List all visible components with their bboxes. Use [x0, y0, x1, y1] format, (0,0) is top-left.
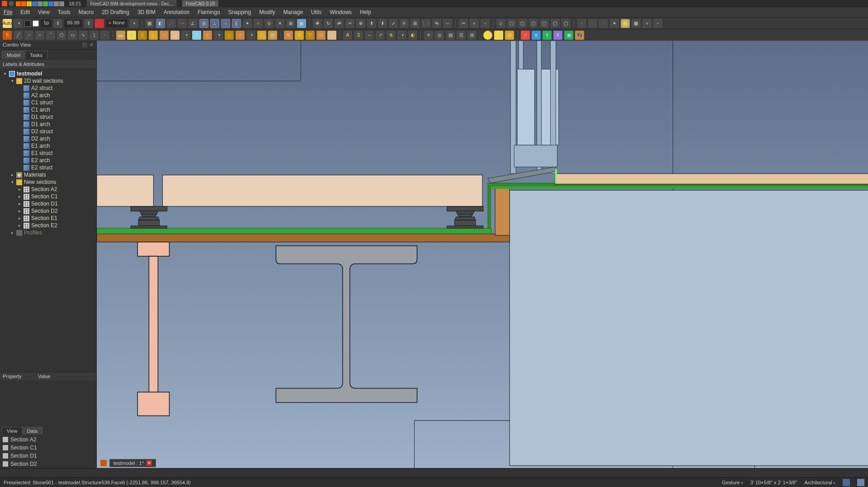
tree-item[interactable]: Section A2 [31, 186, 57, 192]
list-item[interactable]: Section D2 [10, 461, 37, 467]
offset-icon[interactable]: ⇄ [335, 19, 344, 28]
snap-special-icon[interactable]: ✦ [243, 19, 252, 28]
menu-view[interactable]: View [38, 9, 50, 15]
group-label[interactable]: 2D wall sections [24, 78, 63, 84]
tree-twisty[interactable]: ▸ [17, 216, 22, 220]
color-mode-dropdown[interactable] [14, 19, 23, 28]
tree-twisty[interactable]: ▸ [17, 223, 22, 228]
equipment-icon[interactable]: ⊡ [316, 31, 326, 40]
project-setup-icon[interactable]: ✕ [424, 31, 433, 40]
door-dropdown[interactable] [214, 31, 223, 40]
tree-item[interactable]: E2 struct [31, 164, 52, 171]
snap-parallel-icon[interactable]: ∥ [232, 19, 241, 28]
snap-workingplane-icon[interactable]: ⊠ [286, 19, 295, 28]
rebar-icon[interactable]: ╳ [138, 31, 147, 40]
tree-twisty[interactable]: ▸ [10, 230, 14, 235]
stretch-icon[interactable]: ↔ [443, 19, 452, 28]
bezier-icon[interactable]: ⤵ [90, 31, 99, 40]
list-item[interactable]: Section C1 [10, 445, 37, 451]
views-manager-icon[interactable]: ◎ [435, 31, 444, 40]
tree-item[interactable]: Section E2 [31, 222, 57, 229]
section-plane-icon[interactable]: ◐ [408, 31, 417, 40]
group-label[interactable]: Materials [24, 172, 46, 178]
nudge-up-icon[interactable]: ↑ [577, 19, 586, 28]
close-window-icon[interactable] [2, 1, 7, 6]
polygon-icon[interactable]: ⬠ [57, 31, 66, 40]
tab-data[interactable]: Data [22, 427, 42, 435]
panel-float-icon[interactable]: ◰ [82, 42, 87, 48]
axis-icon[interactable]: ✦ [610, 19, 619, 28]
view-rear-icon[interactable]: ▢ [540, 19, 549, 28]
column-icon[interactable]: ▯ [149, 31, 158, 40]
tree-twisty[interactable]: ▸ [17, 201, 22, 206]
tree-twisty[interactable]: ▸ [17, 194, 22, 199]
nudge-down-icon[interactable]: ↓ [588, 19, 597, 28]
snap-dimensions-icon[interactable]: ✕ [275, 19, 284, 28]
linewidth-stepper[interactable]: ⇕ [53, 19, 62, 28]
3d-viewport[interactable]: z x y testmodel : 1* ✕ [97, 41, 868, 468]
tree-item[interactable]: Section E1 [31, 215, 57, 221]
status-icon[interactable] [843, 479, 850, 486]
slab-dropdown[interactable] [181, 31, 190, 40]
tree-item[interactable]: Section C1 [31, 193, 58, 200]
upgrade-icon[interactable]: ⬆ [367, 19, 376, 28]
menu-manage[interactable]: Manage [283, 9, 303, 15]
fence-icon[interactable]: ⋔ [295, 31, 304, 40]
tree-item[interactable]: E1 arch [31, 143, 50, 149]
doc-tab[interactable]: testmodel : 1* ✕ [109, 459, 156, 467]
menu-annotation[interactable]: Annotation [164, 9, 189, 15]
slab-icon[interactable]: ▬ [170, 31, 179, 40]
view-iso-icon[interactable]: ◇ [496, 19, 505, 28]
report-panel-collapsed[interactable] [0, 468, 868, 477]
downgrade-icon[interactable]: ⬇ [378, 19, 387, 28]
beam-icon[interactable]: ▭ [160, 31, 169, 40]
menu-snapping[interactable]: Snapping [228, 9, 251, 15]
group-label[interactable]: New sections [24, 179, 56, 185]
panel-icon[interactable]: ▱ [236, 31, 245, 40]
ifc-export-icon[interactable]: ⬆ [542, 31, 552, 40]
model-tree[interactable]: ▾testmodel ▾2D wall sections A2 struct A… [0, 68, 96, 372]
rotate-icon[interactable]: ↻ [324, 19, 333, 28]
close-tab-icon[interactable]: ✕ [146, 460, 152, 466]
move-icon[interactable]: ✥ [313, 19, 322, 28]
tree-item[interactable]: C1 arch [31, 107, 50, 113]
tree-item[interactable]: D1 arch [31, 121, 50, 127]
fill-color-swatch[interactable] [33, 20, 39, 27]
label-icon[interactable]: ↗ [376, 31, 385, 40]
join-icon[interactable]: ⊕ [356, 19, 365, 28]
font-size-field[interactable]: 99.99 [64, 19, 82, 28]
apply-style-icon[interactable] [95, 19, 104, 28]
clone-icon[interactable]: ⎘ [400, 19, 409, 28]
snap-ortho-icon[interactable]: ⊙ [264, 19, 274, 28]
status-icon[interactable] [857, 479, 864, 486]
view-bottom-icon[interactable]: ▢ [551, 19, 560, 28]
menu-flamingo[interactable]: Flamingo [198, 9, 220, 15]
truss-icon[interactable]: ▽ [306, 31, 315, 40]
dimension-icon[interactable]: ↔ [365, 31, 374, 40]
panel-close-icon[interactable]: ✕ [90, 42, 94, 48]
arc-icon[interactable]: ⌒ [46, 31, 55, 40]
trimex-icon[interactable]: ✂ [345, 19, 354, 28]
snap-grid-icon[interactable]: ▦ [145, 19, 154, 28]
snap-extension-icon[interactable]: → [221, 19, 230, 28]
snap-midpoint-icon[interactable]: ⋰ [167, 19, 176, 28]
unit-system-selector[interactable]: Architectural [804, 480, 835, 485]
doc-label[interactable]: testmodel [17, 70, 42, 77]
menu-2d-drafting[interactable]: 2D Drafting [102, 9, 129, 15]
tree-item[interactable]: E2 arch [31, 157, 50, 164]
tree-item[interactable]: Section D1 [31, 201, 58, 207]
menu-edit[interactable]: Edit [20, 9, 30, 15]
rectangle-icon[interactable]: ▭ [68, 31, 77, 40]
list-item[interactable]: Section A2 [10, 436, 36, 443]
frame-icon[interactable]: ⊞ [284, 31, 293, 40]
classification-icon[interactable] [483, 31, 492, 40]
line-color-swatch[interactable] [24, 20, 31, 27]
point-icon[interactable]: · [100, 31, 109, 40]
style-preset-field[interactable]: ● None [106, 19, 127, 28]
ifc-elements-icon[interactable]: ☰ [457, 31, 466, 40]
menu-help[interactable]: Help [360, 9, 371, 15]
view-left-icon[interactable]: ▢ [561, 19, 571, 28]
tree-item[interactable]: E1 struct [31, 150, 52, 156]
tree-item[interactable]: D1 struct [31, 114, 53, 120]
color-mode-icon[interactable]: Auto [3, 19, 12, 28]
